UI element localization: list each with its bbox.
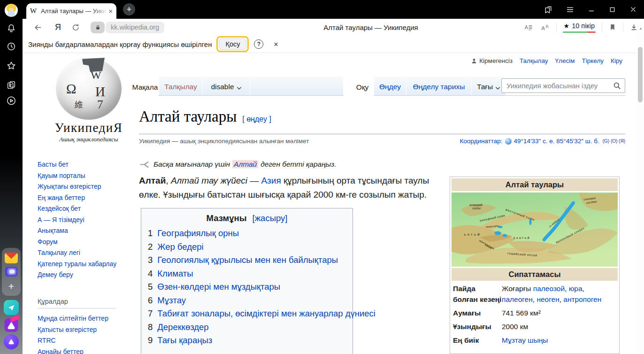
personal-link[interactable]: Тіркелу xyxy=(582,57,604,64)
toc-link[interactable]: Геологиялық құрылысы мен кен байлықтары xyxy=(157,254,338,267)
back-icon[interactable] xyxy=(33,23,43,32)
infobox-value-part[interactable]: Мұзтау шыңы xyxy=(502,336,548,344)
window-controls xyxy=(544,0,637,19)
ssl-lock-icon[interactable] xyxy=(91,22,105,33)
reload-icon[interactable] xyxy=(71,23,80,32)
wikipedia-globe: ΩWИ維7 xyxy=(56,58,122,120)
toc-hide-link[interactable]: [жасыру] xyxy=(253,213,288,223)
tab-close-icon[interactable]: × xyxy=(108,7,113,15)
bookmarks-star-icon[interactable] xyxy=(6,61,16,71)
yandex-search-icon[interactable]: Я xyxy=(55,23,61,32)
disambiguation-link[interactable]: Алтай xyxy=(232,160,258,168)
notification-close-icon[interactable]: ✕ xyxy=(273,41,278,48)
article-tabs: Мақала Талқылау disable Оқу Өңдеу Өңделу… xyxy=(131,77,506,96)
toc-link[interactable]: Тағы қараңыз xyxy=(157,334,212,347)
tab-edit[interactable]: Өңдеу xyxy=(374,77,406,95)
sidebar-link[interactable]: Қауым порталы xyxy=(38,172,122,180)
yandex-mail-icon[interactable] xyxy=(5,253,18,263)
personal-link[interactable]: Талқылау xyxy=(520,57,548,64)
infobox-label: Аумағы xyxy=(453,308,502,318)
help-icon[interactable]: ? xyxy=(254,39,263,49)
sidebar-tool-link[interactable]: Мұнда сілтейтін беттер xyxy=(38,315,122,323)
search-icon[interactable] xyxy=(613,81,621,90)
menu-icon[interactable] xyxy=(566,5,575,14)
side-panels-icon[interactable] xyxy=(544,5,553,14)
toc-link[interactable]: Дереккөздер xyxy=(157,321,208,334)
notifications-bell-icon[interactable] xyxy=(6,23,16,33)
yandex-services-icon[interactable] xyxy=(5,267,18,277)
url-domain[interactable]: kk.wikipedia.org xyxy=(106,22,164,33)
wiki-sidebar-tools: Мұнда сілтейтін беттерҚатысты өзгерістер… xyxy=(38,315,122,354)
sidebar-link[interactable]: Анықтама xyxy=(38,227,122,235)
tab-history[interactable]: Өңделу тарихы xyxy=(406,77,471,95)
tab-article[interactable]: Мақала xyxy=(131,77,159,96)
sidebar-link[interactable]: Қателер туралы хабарлау xyxy=(38,260,122,268)
toc-link[interactable]: Жер бедері xyxy=(157,240,203,254)
search-input[interactable] xyxy=(501,78,625,93)
profile-avatar[interactable] xyxy=(5,4,18,17)
sidebar-tool-link[interactable]: Арнайы беттер xyxy=(38,348,122,354)
toc-number: 2 xyxy=(148,240,153,254)
messenger-icon[interactable] xyxy=(4,300,19,315)
sidebar-link[interactable]: Басты бет xyxy=(38,161,122,169)
coordinates-value[interactable]: 49°14′33″ с. е. 85°45′32″ ш. б. xyxy=(514,138,599,145)
infobox-value-part[interactable]: антропоген xyxy=(563,295,601,303)
infobox-value-part[interactable]: неоген xyxy=(537,295,559,303)
infobox-value-part[interactable]: палеоген xyxy=(502,295,533,303)
sidebar-link[interactable]: Демеу беру xyxy=(38,271,122,279)
url-box[interactable]: kk.wikipedia.org xyxy=(91,22,164,33)
tab-disable[interactable]: disable xyxy=(203,77,250,95)
tab-more[interactable]: Тағы xyxy=(472,77,506,95)
asia-link[interactable]: Азия xyxy=(261,176,281,185)
infobox-map[interactable]: КУЗНЕЦКИЙАЛАТАУВОСТОЧНЫЙ САЯНЗАПАДНЫЙ СА… xyxy=(452,192,618,267)
sidebar-link[interactable]: Ең жаңа беттер xyxy=(38,194,122,202)
reader-mode-icon[interactable]: A xyxy=(524,23,534,32)
history-clock-icon[interactable] xyxy=(6,41,16,52)
site-rating[interactable]: ★ 10 пікір xyxy=(563,22,596,32)
toc-entry: 2Жер бедері xyxy=(148,240,346,254)
translate-icon[interactable]: Aあ xyxy=(540,23,550,32)
tab-read[interactable]: Оқу xyxy=(351,77,374,96)
close-window-icon[interactable] xyxy=(629,5,637,14)
sidebar-link[interactable]: Талқылау легі xyxy=(38,249,122,257)
tab-gap xyxy=(344,77,351,96)
toc-link[interactable]: Климаты xyxy=(157,267,193,281)
coordinates-services[interactable]: (G) (O) (Я) xyxy=(603,139,625,144)
sidebar-link[interactable]: А — Я тізімдеуі xyxy=(38,216,122,224)
toc-link[interactable]: Табиғат зоналары, өсімдіктері мен жануар… xyxy=(157,307,376,321)
infobox-value-part[interactable]: юра xyxy=(569,285,583,292)
enable-protection-button[interactable]: Қосу xyxy=(219,38,246,50)
video-play-icon[interactable] xyxy=(6,95,17,106)
bookmark-flag-icon[interactable] xyxy=(608,23,617,31)
toc-link[interactable]: Географиялық орны xyxy=(157,227,239,240)
wikipedia-logo[interactable]: ΩWИ維7 УикипедиЯ Ашық энциклопедиясы xyxy=(39,58,138,143)
scroll-up-icon[interactable]: ▲ xyxy=(639,26,643,31)
tab-talk[interactable]: Талқылау xyxy=(159,77,202,95)
personal-link[interactable]: Үлесім xyxy=(555,57,575,64)
maximize-icon[interactable] xyxy=(608,6,616,14)
infobox-value-part[interactable]: палеозой xyxy=(533,285,565,292)
coordinates-link[interactable]: Координаттар: xyxy=(460,138,502,145)
minimize-icon[interactable] xyxy=(587,5,596,14)
add-app-icon[interactable]: + xyxy=(8,281,14,292)
address-bar-actions: A Aあ ★ 10 пікір xyxy=(524,19,638,36)
hatnote: Басқа мағыналар үшінАлтайдеген бетті қар… xyxy=(140,160,337,169)
infobox-value-part: 741 569 км² xyxy=(502,309,541,317)
sidebar-tool-link[interactable]: Қатысты өзгерістер xyxy=(38,326,122,334)
toc-link[interactable]: Өзен-көлдері мен мұздықтары xyxy=(157,280,280,294)
globe-icon xyxy=(505,138,512,145)
notes-icon[interactable] xyxy=(6,80,16,90)
alice-assistant-icon[interactable] xyxy=(4,334,19,349)
browser-tab[interactable]: W Алтай таулары — Уики × xyxy=(26,3,116,19)
page-scrollbar-thumb[interactable] xyxy=(638,47,643,102)
sidebar-link[interactable]: Форум xyxy=(38,238,122,246)
personal-link[interactable]: Кіру xyxy=(611,57,622,64)
divider xyxy=(602,22,602,32)
sidebar-link[interactable]: Жуықтағы өзгерістер xyxy=(38,183,122,191)
new-tab-button[interactable]: + xyxy=(123,3,135,15)
sidebar-tool-link[interactable]: RTRC xyxy=(38,337,122,345)
yandex-music-icon[interactable] xyxy=(5,318,18,332)
sidebar-link[interactable]: Кездейсоқ бет xyxy=(38,205,122,213)
toc-link[interactable]: Мұзтау xyxy=(157,294,186,308)
edit-section-link[interactable]: [ өңдеу ] xyxy=(242,115,271,123)
